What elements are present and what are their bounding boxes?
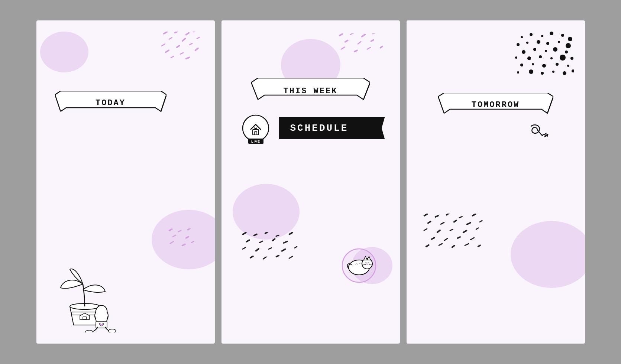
svg-rect-41 bbox=[366, 47, 371, 50]
card-title: THIS WEEK bbox=[284, 87, 338, 96]
svg-rect-27 bbox=[83, 317, 87, 319]
svg-rect-66 bbox=[275, 254, 280, 257]
svg-rect-135 bbox=[451, 245, 455, 248]
svg-point-90 bbox=[522, 50, 525, 54]
svg-rect-6 bbox=[196, 37, 200, 39]
svg-rect-12 bbox=[194, 47, 199, 51]
svg-rect-65 bbox=[262, 256, 267, 260]
svg-rect-55 bbox=[246, 239, 250, 243]
svg-rect-67 bbox=[288, 256, 294, 259]
schedule-label: SCHEDULE bbox=[279, 117, 385, 139]
svg-rect-13 bbox=[170, 56, 174, 59]
svg-rect-59 bbox=[242, 247, 246, 250]
ribbon-banner: TOMORROW bbox=[438, 93, 553, 117]
svg-rect-123 bbox=[479, 220, 483, 223]
svg-rect-62 bbox=[281, 248, 286, 252]
svg-rect-128 bbox=[475, 227, 479, 230]
svg-rect-133 bbox=[425, 244, 430, 247]
svg-point-105 bbox=[567, 65, 569, 67]
svg-rect-127 bbox=[462, 230, 468, 233]
svg-point-111 bbox=[572, 69, 574, 72]
svg-rect-117 bbox=[459, 216, 463, 218]
svg-rect-115 bbox=[434, 215, 439, 218]
svg-rect-114 bbox=[423, 214, 428, 217]
svg-rect-10 bbox=[165, 49, 170, 53]
svg-rect-118 bbox=[472, 214, 476, 217]
svg-rect-4 bbox=[168, 37, 173, 40]
svg-rect-58 bbox=[283, 240, 288, 244]
svg-rect-9 bbox=[189, 43, 193, 46]
svg-point-93 bbox=[553, 47, 557, 52]
svg-rect-137 bbox=[477, 244, 481, 248]
svg-point-92 bbox=[545, 50, 547, 52]
svg-point-79 bbox=[530, 33, 533, 36]
svg-point-108 bbox=[541, 72, 544, 75]
svg-rect-132 bbox=[470, 237, 475, 241]
svg-point-110 bbox=[563, 71, 566, 75]
svg-point-86 bbox=[537, 40, 540, 44]
svg-point-107 bbox=[529, 69, 533, 74]
svg-rect-39 bbox=[340, 46, 345, 50]
svg-point-94 bbox=[565, 51, 568, 53]
black-dots-decoration bbox=[514, 32, 574, 84]
svg-rect-119 bbox=[427, 221, 431, 224]
card-today: TODAY bbox=[36, 20, 215, 344]
svg-rect-47 bbox=[255, 131, 257, 135]
svg-point-78 bbox=[521, 36, 523, 38]
schedule-text: SCHEDULE bbox=[290, 123, 349, 134]
svg-point-89 bbox=[566, 43, 571, 48]
svg-rect-32 bbox=[339, 33, 343, 36]
svg-rect-124 bbox=[423, 228, 428, 231]
svg-rect-37 bbox=[357, 41, 362, 45]
svg-rect-3 bbox=[193, 32, 197, 33]
svg-rect-11 bbox=[179, 52, 184, 55]
plant-illustration bbox=[44, 247, 126, 332]
svg-point-87 bbox=[546, 42, 549, 45]
cards-container: TODAY bbox=[18, 6, 604, 358]
dashes-decoration bbox=[337, 33, 385, 59]
svg-rect-125 bbox=[436, 229, 441, 233]
svg-rect-121 bbox=[453, 220, 457, 223]
svg-rect-54 bbox=[288, 232, 293, 235]
svg-rect-33 bbox=[350, 33, 354, 35]
svg-point-99 bbox=[560, 55, 566, 61]
svg-point-104 bbox=[556, 63, 559, 66]
card-title: TODAY bbox=[96, 98, 126, 108]
svg-rect-129 bbox=[431, 237, 435, 240]
svg-point-102 bbox=[532, 63, 534, 65]
svg-rect-2 bbox=[185, 32, 190, 36]
svg-rect-60 bbox=[255, 248, 260, 252]
svg-point-82 bbox=[561, 34, 564, 37]
svg-rect-34 bbox=[361, 33, 366, 38]
svg-point-100 bbox=[570, 57, 573, 60]
blob-decoration bbox=[40, 32, 88, 72]
svg-rect-120 bbox=[440, 222, 445, 225]
blob-decoration bbox=[152, 210, 215, 269]
svg-rect-61 bbox=[268, 247, 272, 250]
dashes-decoration bbox=[159, 32, 204, 61]
svg-point-91 bbox=[533, 48, 536, 51]
svg-point-95 bbox=[515, 56, 517, 59]
curl-decoration bbox=[529, 123, 555, 141]
svg-rect-5 bbox=[181, 38, 186, 42]
svg-rect-0 bbox=[163, 32, 168, 35]
ribbon-banner: TODAY bbox=[55, 91, 166, 115]
svg-point-88 bbox=[558, 41, 560, 43]
card-title: TOMORROW bbox=[472, 100, 520, 110]
svg-point-96 bbox=[527, 56, 531, 60]
svg-point-109 bbox=[552, 71, 554, 73]
cat-illustration bbox=[340, 247, 378, 284]
svg-rect-126 bbox=[449, 228, 453, 231]
blob-decoration bbox=[511, 221, 585, 288]
svg-rect-116 bbox=[446, 214, 451, 216]
svg-point-31 bbox=[109, 329, 116, 332]
svg-rect-56 bbox=[259, 240, 263, 244]
svg-point-85 bbox=[526, 42, 528, 44]
black-dashes-decoration bbox=[421, 214, 485, 251]
svg-rect-134 bbox=[438, 243, 443, 246]
svg-rect-8 bbox=[176, 45, 180, 48]
svg-rect-63 bbox=[294, 246, 298, 249]
svg-text:LIVE: LIVE bbox=[251, 140, 260, 143]
ribbon-banner: THIS WEEK bbox=[251, 78, 370, 104]
svg-rect-42 bbox=[379, 45, 383, 49]
